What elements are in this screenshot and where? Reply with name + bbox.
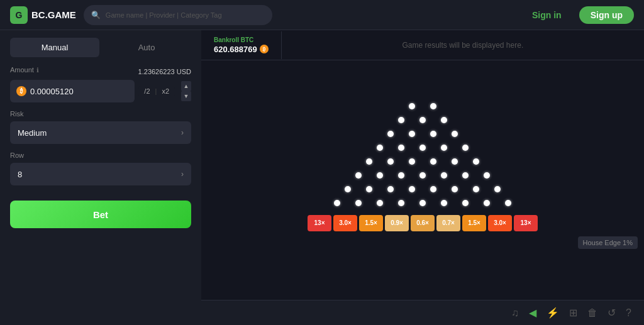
- bucket: 1.5×: [462, 215, 486, 231]
- bet-button[interactable]: Bet: [10, 201, 191, 228]
- help-icon[interactable]: ?: [626, 307, 631, 319]
- peg: [366, 186, 372, 192]
- peg: [430, 158, 436, 165]
- peg: [505, 200, 511, 206]
- peg: [452, 186, 458, 192]
- refresh-icon[interactable]: ↺: [608, 307, 616, 319]
- bucket: 1.5×: [359, 215, 383, 231]
- peg: [377, 172, 383, 179]
- peg-row: [348, 168, 497, 182]
- peg: [366, 158, 372, 165]
- header: G BC.GAME 🔍 Game name | Provider | Categ…: [0, 0, 644, 30]
- amount-buttons[interactable]: /2 | x2: [138, 86, 175, 96]
- peg: [387, 186, 394, 192]
- peg-row: [391, 113, 455, 127]
- peg: [409, 186, 415, 192]
- peg: [398, 172, 404, 179]
- peg: [430, 131, 436, 137]
- peg-row: [369, 141, 476, 155]
- tab-manual[interactable]: Manual: [10, 38, 99, 57]
- stepper-down[interactable]: ▼: [181, 91, 191, 101]
- bankroll-coin: ₿: [260, 45, 269, 53]
- row-value: 8: [18, 170, 22, 179]
- risk-value: Medium: [18, 128, 47, 138]
- risk-label: Risk: [10, 110, 191, 118]
- peg-row: [326, 196, 519, 210]
- risk-select[interactable]: Medium ›: [10, 121, 191, 144]
- bucket: 13×: [308, 215, 331, 231]
- peg: [419, 172, 426, 179]
- peg: [484, 172, 490, 179]
- stepper-up[interactable]: ▲: [181, 81, 191, 91]
- peg: [494, 186, 501, 192]
- peg: [387, 158, 394, 165]
- main: Manual Auto Amount ℹ 1.23626223 USD ₿ 0.…: [0, 30, 644, 325]
- row-chevron: ›: [181, 170, 184, 179]
- top-bar: Bankroll BTC 620.688769 ₿ Game results w…: [201, 30, 644, 60]
- peg: [355, 172, 362, 179]
- peg: [430, 103, 436, 109]
- row-select[interactable]: 8 ›: [10, 163, 191, 185]
- row-label: Row: [10, 151, 191, 159]
- peg: [441, 117, 447, 123]
- bucket: 0.7×: [436, 215, 460, 231]
- peg: [473, 186, 479, 192]
- peg: [387, 131, 394, 137]
- peg: [452, 158, 458, 165]
- times2-btn[interactable]: x2: [160, 87, 171, 95]
- peg: [473, 158, 479, 165]
- bucket: 3.0×: [333, 215, 357, 231]
- multiplier-buckets: 13×3.0×1.5×0.9×0.6×0.7×1.5×3.0×13×: [308, 215, 538, 231]
- game-results: Game results will be displayed here.: [282, 41, 644, 50]
- music-icon[interactable]: ♫: [511, 307, 519, 319]
- bottom-bar: ♫ ◀ ⚡ ⊞ 🗑 ↺ ?: [201, 300, 644, 325]
- grid-icon[interactable]: ⊞: [569, 307, 577, 319]
- bankroll-value: 620.688769 ₿: [214, 45, 269, 54]
- search-bar[interactable]: 🔍 Game name | Provider | Category Tag: [84, 5, 272, 25]
- amount-label: Amount ℹ: [10, 66, 39, 74]
- amount-section: Amount ℹ 1.23626223 USD ₿ 0.00005120 /2 …: [10, 66, 191, 102]
- logo-text: BC.GAME: [31, 9, 76, 20]
- trash-icon[interactable]: 🗑: [587, 307, 597, 319]
- peg: [398, 117, 404, 123]
- left-panel: Manual Auto Amount ℹ 1.23626223 USD ₿ 0.…: [0, 30, 201, 325]
- signin-button[interactable]: Sign in: [522, 6, 572, 24]
- peg: [462, 200, 469, 206]
- peg: [377, 200, 383, 206]
- peg: [377, 145, 383, 151]
- logo: G BC.GAME: [10, 6, 76, 24]
- volume-icon[interactable]: ◀: [529, 307, 536, 319]
- peg: [409, 103, 415, 109]
- amount-input[interactable]: ₿ 0.00005120: [10, 80, 135, 102]
- bankroll-label: Bankroll BTC: [214, 36, 269, 43]
- peg: [355, 200, 362, 206]
- peg: [409, 131, 415, 137]
- peg: [462, 172, 469, 179]
- peg: [398, 145, 404, 151]
- bucket: 0.6×: [411, 215, 435, 231]
- peg: [398, 200, 404, 206]
- bucket: 0.9×: [385, 215, 409, 231]
- peg: [441, 172, 447, 179]
- peg: [409, 158, 415, 165]
- risk-chevron: ›: [181, 128, 184, 137]
- amount-value: 0.00005120: [30, 87, 128, 96]
- peg: [441, 200, 447, 206]
- logo-icon: G: [10, 6, 28, 24]
- game-area: 13×3.0×1.5×0.9×0.6×0.7×1.5×3.0×13× House…: [201, 60, 644, 300]
- row-section: Row 8 ›: [10, 151, 191, 185]
- peg: [419, 200, 426, 206]
- peg: [334, 200, 340, 206]
- bucket: 13×: [514, 215, 538, 231]
- btc-icon: ₿: [16, 86, 26, 96]
- bankroll-box: Bankroll BTC 620.688769 ₿: [201, 31, 282, 59]
- peg: [419, 117, 426, 123]
- signup-button[interactable]: Sign up: [579, 6, 634, 24]
- peg-row: [380, 127, 465, 141]
- divide2-btn[interactable]: /2: [142, 87, 152, 95]
- amount-stepper[interactable]: ▲ ▼: [181, 81, 191, 101]
- house-edge-badge: House Edge 1%: [578, 236, 638, 249]
- tab-auto[interactable]: Auto: [102, 38, 191, 57]
- peg-row: [337, 182, 508, 196]
- lightning-icon[interactable]: ⚡: [547, 307, 559, 319]
